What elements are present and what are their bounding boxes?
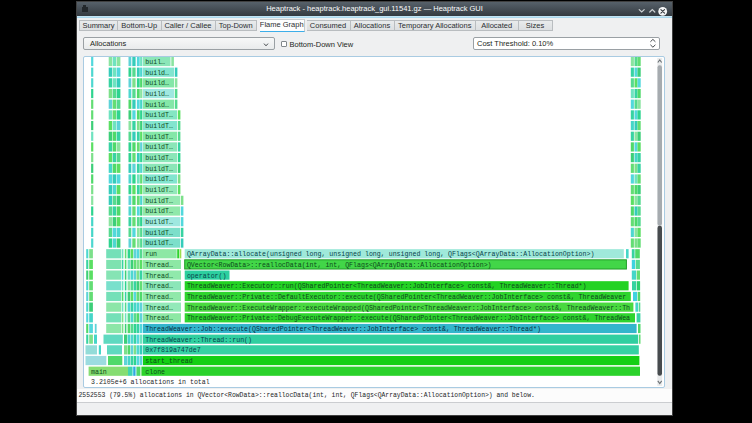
svg-text:Thread…: Thread… <box>145 294 173 301</box>
svg-text:build…: build… <box>145 91 169 98</box>
svg-text:buildT…: buildT… <box>145 155 173 162</box>
svg-text:buil…: buil… <box>145 59 165 66</box>
svg-text:start_thread: start_thread <box>145 358 193 365</box>
svg-text:main: main <box>91 369 107 376</box>
svg-text:operator(): operator() <box>187 273 227 280</box>
svg-text:3.2105e+6 allocations in total: 3.2105e+6 allocations in total <box>91 379 210 386</box>
svg-text:ThreadWeaver::Private::Default: ThreadWeaver::Private::DefaultExecutor::… <box>187 294 626 301</box>
svg-text:QArrayData::allocate(unsigned: QArrayData::allocate(unsigned long, unsi… <box>187 251 595 258</box>
svg-text:buildT…: buildT… <box>145 219 173 226</box>
svg-text:ThreadWeaver::Executor::run(QS: ThreadWeaver::Executor::run(QSharedPoint… <box>187 283 587 290</box>
svg-text:buildT…: buildT… <box>145 113 173 120</box>
svg-text:buildT…: buildT… <box>145 241 173 248</box>
svg-text:ThreadWeaver::ExecuteWrapper::: ThreadWeaver::ExecuteWrapper::executeWra… <box>187 305 630 312</box>
svg-text:buildT…: buildT… <box>145 134 173 141</box>
svg-text:ThreadWeaver::Thread::run(): ThreadWeaver::Thread::run() <box>145 337 252 344</box>
svg-text:buildT…: buildT… <box>145 166 173 173</box>
svg-text:buildT…: buildT… <box>145 230 173 237</box>
svg-text:buildT…: buildT… <box>145 177 173 184</box>
svg-text:build…: build… <box>145 102 169 109</box>
svg-text:ThreadWeaver::Job::execute(QSh: ThreadWeaver::Job::execute(QSharedPointe… <box>145 326 541 333</box>
svg-text:clone: clone <box>145 369 165 376</box>
svg-text:build…: build… <box>145 81 169 88</box>
svg-text:buildT…: buildT… <box>145 123 173 130</box>
svg-text:Thread…: Thread… <box>145 316 173 323</box>
svg-text:buildT…: buildT… <box>145 198 173 205</box>
svg-text:buildT…: buildT… <box>145 187 173 194</box>
svg-text:buildT…: buildT… <box>145 145 173 152</box>
svg-text:0x7f819a747de7: 0x7f819a747de7 <box>145 348 200 355</box>
svg-text:QVector<RowData>::reallocData(: QVector<RowData>::reallocData(int, int, … <box>187 262 492 269</box>
svg-text:ThreadWeaver::Private::DebugEx: ThreadWeaver::Private::DebugExecuteWrapp… <box>187 316 630 323</box>
svg-text:Thread…: Thread… <box>145 305 173 312</box>
svg-text:Thread…: Thread… <box>145 283 173 290</box>
svg-text:buildT…: buildT… <box>145 209 173 216</box>
svg-text:Thread…: Thread… <box>145 262 173 269</box>
svg-text:Thread…: Thread… <box>145 273 173 280</box>
svg-text:build…: build… <box>145 70 169 77</box>
svg-text:run: run <box>145 251 157 258</box>
